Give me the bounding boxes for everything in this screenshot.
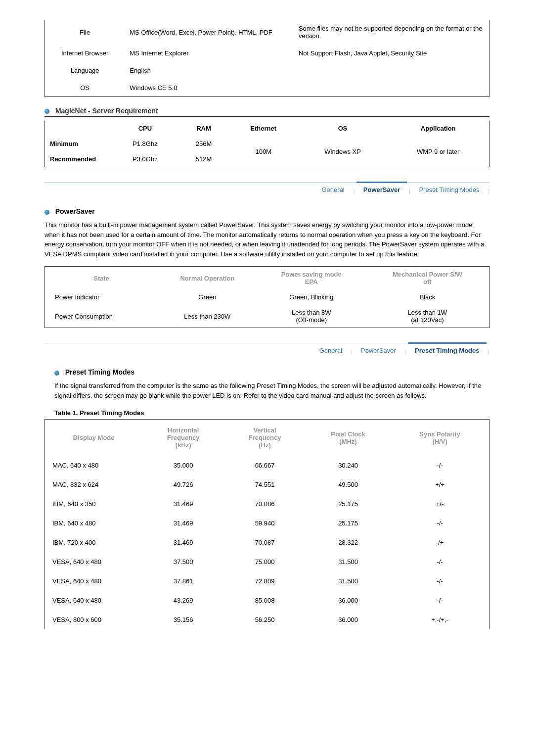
cell: WMP 9 or later <box>387 136 489 167</box>
col-mechanical: Mechanical Power S/Woff <box>366 267 490 290</box>
tab-powersaver[interactable]: PowerSaver <box>354 344 403 357</box>
col-app: Application <box>387 121 489 136</box>
tab-bar-2: General | PowerSaver | Preset Timing Mod… <box>44 343 490 358</box>
cell: -/- <box>391 514 489 533</box>
cell: Less than 230W <box>158 305 257 328</box>
powersaver-table: State Normal Operation Power saving mode… <box>44 266 490 328</box>
separator: | <box>353 188 355 194</box>
cell: 43.269 <box>142 591 224 610</box>
separator: | <box>488 188 490 194</box>
cell: 31.500 <box>306 552 391 571</box>
magicnet-heading: MagicNet - Server Requirement <box>44 107 490 117</box>
cell: -/- <box>391 591 489 610</box>
cell: 36.000 <box>306 610 391 629</box>
col-normal: Normal Operation <box>158 267 257 290</box>
cell: 31.469 <box>142 514 224 533</box>
table-row: IBM, 640 x 480 31.469 59.940 25.175 -/- <box>45 514 490 533</box>
cell: 35.156 <box>142 610 224 629</box>
cell: -/- <box>391 571 489 591</box>
cell: MAC, 640 x 480 <box>45 456 143 475</box>
col-state: State <box>45 267 158 290</box>
cell: 49.500 <box>306 475 391 494</box>
spec-row-label: File <box>45 20 125 45</box>
cell: 72.809 <box>224 571 306 591</box>
cell: 31.500 <box>306 571 391 591</box>
preset-table-title: Table 1. Preset Timing Modes <box>54 409 490 417</box>
col-display-mode: Display Mode <box>45 420 143 456</box>
col-hfreq: HorizontalFrequency(kHz) <box>142 420 224 456</box>
cell: Less than 8W(Off-mode) <box>257 305 366 328</box>
tab-bar-1: General | PowerSaver | Preset Timing Mod… <box>44 182 490 197</box>
cell: Windows XP <box>298 136 388 167</box>
spec-value: Windows CE 5.0 <box>125 79 294 97</box>
cell: 70.086 <box>224 494 306 514</box>
powersaver-heading: PowerSaver <box>44 207 490 215</box>
tab-general[interactable]: General <box>312 344 349 357</box>
cell: 74.551 <box>224 475 306 494</box>
cell: 66.667 <box>224 456 306 475</box>
cell: 100M <box>229 136 298 167</box>
powersaver-title: PowerSaver <box>55 207 95 215</box>
magicnet-table: CPU RAM Ethernet OS Application Minimum … <box>44 121 490 167</box>
cell: 59.940 <box>224 514 306 533</box>
col-empty <box>45 121 112 136</box>
preset-desc: If the signal transferred from the compu… <box>54 381 490 400</box>
cell: 512M <box>178 151 228 167</box>
cell: Power Consumption <box>45 305 158 328</box>
col-sync: Sync Polarity(H/V) <box>391 420 489 456</box>
col-ram: RAM <box>178 121 228 136</box>
magicnet-title: MagicNet - Server Requirement <box>55 107 158 115</box>
col-saving: Power saving modeEPA <box>257 267 366 290</box>
separator: | <box>405 349 406 355</box>
bullet-icon <box>54 371 59 376</box>
cell: 85.008 <box>224 591 306 610</box>
cell: P3.0Ghz <box>111 151 178 167</box>
table-row: MAC, 832 x 624 49.726 74.551 49.500 +/+ <box>45 475 490 494</box>
spec-row-label: OS <box>45 79 125 97</box>
cell: 37.500 <box>142 552 224 571</box>
col-ethernet: Ethernet <box>229 121 298 136</box>
tab-preset[interactable]: Preset Timing Modes <box>408 342 487 357</box>
table-row: IBM, 640 x 350 31.469 70.086 25.175 +/- <box>45 494 490 514</box>
cell: IBM, 720 x 400 <box>45 533 143 552</box>
cell: 36.000 <box>306 591 391 610</box>
separator: | <box>488 349 490 355</box>
cell: IBM, 640 x 480 <box>45 514 143 533</box>
table-row: VESA, 640 x 480 43.269 85.008 36.000 -/- <box>45 591 490 610</box>
separator: | <box>351 349 353 355</box>
spec-note <box>294 79 490 97</box>
table-row: MAC, 640 x 480 35.000 66.667 30.240 -/- <box>45 456 490 475</box>
tab-powersaver[interactable]: PowerSaver <box>356 182 407 196</box>
table-row: VESA, 640 x 480 37.500 75.000 31.500 -/- <box>45 552 490 571</box>
top-specs-table: File MS Office(Word, Excel, Power Point)… <box>44 20 490 97</box>
row-minimum: Minimum <box>45 136 112 151</box>
table-row: IBM, 720 x 400 31.469 70.087 28.322 -/+ <box>45 533 490 552</box>
cell: -/- <box>391 456 489 475</box>
col-cpu: CPU <box>111 121 178 136</box>
powersaver-desc: This monitor has a built-in power manage… <box>44 220 490 259</box>
cell: VESA, 640 x 480 <box>45 552 143 571</box>
spec-row-label: Language <box>45 62 125 79</box>
timing-table: Display Mode HorizontalFrequency(kHz) Ve… <box>44 419 490 629</box>
cell: -/+ <box>391 533 489 552</box>
tab-preset[interactable]: Preset Timing Modes <box>412 183 486 196</box>
cell: VESA, 640 x 480 <box>45 571 143 591</box>
cell: 30.240 <box>306 456 391 475</box>
col-vfreq: VerticalFrequency(Hz) <box>224 420 306 456</box>
spec-note: Not Support Flash, Java Applet, Security… <box>294 45 490 62</box>
tab-general[interactable]: General <box>315 183 352 196</box>
bullet-icon <box>44 109 49 114</box>
table-row: VESA, 640 x 480 37.861 72.809 31.500 -/- <box>45 571 490 591</box>
cell: +/- <box>391 494 489 514</box>
col-pixel-clock: Pixel Clock(MHz) <box>306 420 391 456</box>
cell: 25.175 <box>306 494 391 514</box>
cell: IBM, 640 x 350 <box>45 494 143 514</box>
table-row: VESA, 800 x 600 35.156 56.250 36.000 +,-… <box>45 610 490 629</box>
cell: VESA, 800 x 600 <box>45 610 143 629</box>
cell: Green <box>158 289 257 305</box>
cell: -/- <box>391 552 489 571</box>
cell: 256M <box>178 136 228 151</box>
spec-note: Some files may not be supported dependin… <box>294 20 490 45</box>
preset-heading: Preset Timing Modes <box>54 368 490 376</box>
spec-value: MS Office(Word, Excel, Power Point), HTM… <box>125 20 294 45</box>
